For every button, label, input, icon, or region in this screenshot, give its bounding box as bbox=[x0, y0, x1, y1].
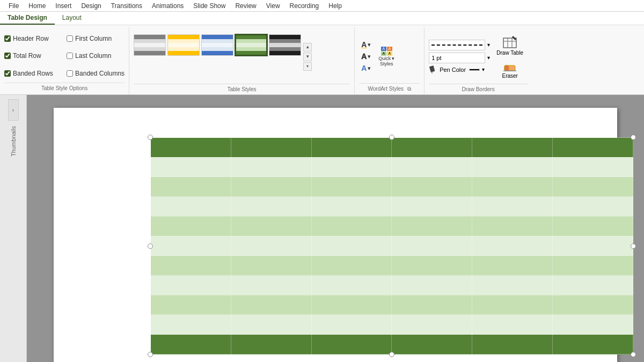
table-cell[interactable] bbox=[151, 295, 231, 315]
table-cell[interactable] bbox=[311, 236, 392, 256]
menu-home[interactable]: Home bbox=[24, 1, 50, 11]
pen-weight-preview[interactable]: 1 pt bbox=[429, 53, 485, 63]
last-column-option[interactable]: Last Column bbox=[67, 48, 125, 64]
table-cell[interactable] bbox=[392, 256, 472, 276]
table-cell[interactable] bbox=[231, 256, 311, 276]
menu-design[interactable]: Design bbox=[77, 1, 105, 11]
table-cell[interactable] bbox=[311, 335, 392, 354]
draw-table-button[interactable]: Draw Table bbox=[492, 33, 528, 58]
table-cell[interactable] bbox=[311, 197, 392, 217]
table-cell[interactable] bbox=[311, 157, 392, 177]
table-cell[interactable] bbox=[392, 315, 472, 335]
tab-table-design[interactable]: Table Design bbox=[0, 12, 55, 25]
table-cell[interactable] bbox=[553, 295, 633, 315]
menu-recording[interactable]: Recording bbox=[286, 1, 324, 11]
banded-rows-option[interactable]: Banded Rows bbox=[4, 65, 62, 82]
last-column-checkbox[interactable] bbox=[67, 53, 73, 59]
table-cell[interactable] bbox=[553, 216, 633, 236]
table-cell[interactable] bbox=[472, 216, 553, 236]
table-cell[interactable] bbox=[311, 216, 392, 236]
table-cell[interactable] bbox=[472, 197, 553, 217]
total-row-option[interactable]: Total Row bbox=[4, 48, 62, 64]
handle-top-right[interactable] bbox=[631, 135, 636, 140]
table-cell[interactable] bbox=[553, 315, 633, 335]
table-cell[interactable] bbox=[392, 138, 472, 158]
table-cell[interactable] bbox=[231, 276, 311, 295]
banded-columns-checkbox[interactable] bbox=[67, 70, 73, 77]
banded-columns-option[interactable]: Banded Columns bbox=[67, 65, 125, 82]
table-cell[interactable] bbox=[553, 177, 633, 197]
menu-file[interactable]: File bbox=[4, 1, 23, 11]
handle-mid-left[interactable] bbox=[148, 243, 153, 249]
eraser-button[interactable]: Eraser bbox=[492, 60, 528, 81]
table-cell[interactable] bbox=[392, 236, 472, 256]
handle-bottom-right[interactable] bbox=[631, 352, 636, 357]
table-cell[interactable] bbox=[151, 177, 231, 197]
total-row-checkbox[interactable] bbox=[4, 53, 11, 59]
table-cell[interactable] bbox=[392, 216, 472, 236]
table-cell[interactable] bbox=[553, 138, 633, 158]
header-row-option[interactable]: Header Row bbox=[4, 31, 62, 47]
table-cell[interactable] bbox=[392, 177, 472, 197]
table-cell[interactable] bbox=[392, 335, 472, 354]
table-cell[interactable] bbox=[231, 197, 311, 217]
style-thumb-yellow[interactable] bbox=[167, 34, 200, 56]
table-cell[interactable] bbox=[231, 157, 311, 177]
table-cell[interactable] bbox=[231, 177, 311, 197]
table-wrapper[interactable] bbox=[150, 137, 633, 354]
table-cell[interactable] bbox=[311, 256, 392, 276]
table-cell[interactable] bbox=[231, 315, 311, 335]
table-cell[interactable] bbox=[553, 197, 633, 217]
first-column-option[interactable]: First Column bbox=[67, 31, 125, 47]
menu-view[interactable]: View bbox=[262, 1, 284, 11]
table-cell[interactable] bbox=[472, 236, 553, 256]
table-cell[interactable] bbox=[553, 256, 633, 276]
table-cell[interactable] bbox=[311, 177, 392, 197]
table-cell[interactable] bbox=[553, 335, 633, 354]
slide-table[interactable] bbox=[150, 137, 633, 354]
table-cell[interactable] bbox=[472, 295, 553, 315]
pen-color-row[interactable]: Pen Color ▾ bbox=[429, 65, 490, 74]
table-cell[interactable] bbox=[392, 276, 472, 295]
table-cell[interactable] bbox=[472, 177, 553, 197]
table-cell[interactable] bbox=[151, 276, 231, 295]
style-thumb-green[interactable] bbox=[235, 34, 267, 56]
table-cell[interactable] bbox=[472, 256, 553, 276]
thumbnails-expand-button[interactable]: › bbox=[8, 99, 19, 121]
table-cell[interactable] bbox=[151, 216, 231, 236]
tab-layout[interactable]: Layout bbox=[55, 12, 89, 25]
table-cell[interactable] bbox=[472, 276, 553, 295]
table-cell[interactable] bbox=[472, 157, 553, 177]
table-cell[interactable] bbox=[553, 276, 633, 295]
table-cell[interactable] bbox=[231, 216, 311, 236]
table-cell[interactable] bbox=[311, 138, 392, 158]
handle-mid-right[interactable] bbox=[631, 243, 636, 249]
style-thumb-gray[interactable] bbox=[134, 34, 166, 56]
table-cell[interactable] bbox=[151, 335, 231, 354]
scroll-expand-arrow[interactable]: ▾ bbox=[303, 62, 312, 71]
banded-rows-checkbox[interactable] bbox=[4, 70, 11, 77]
table-cell[interactable] bbox=[392, 157, 472, 177]
text-effects-row[interactable]: A ▾ bbox=[359, 63, 373, 73]
table-cell[interactable] bbox=[392, 295, 472, 315]
scroll-down-arrow[interactable]: ▼ bbox=[303, 53, 312, 61]
table-cell[interactable] bbox=[472, 335, 553, 354]
table-cell[interactable] bbox=[472, 138, 553, 158]
table-cell[interactable] bbox=[231, 295, 311, 315]
table-cell[interactable] bbox=[553, 236, 633, 256]
menu-insert[interactable]: Insert bbox=[51, 1, 76, 11]
style-thumb-dark[interactable] bbox=[269, 34, 301, 56]
scroll-up-arrow[interactable]: ▲ bbox=[303, 43, 312, 51]
table-cell[interactable] bbox=[311, 295, 392, 315]
menu-help[interactable]: Help bbox=[324, 1, 346, 11]
table-cell[interactable] bbox=[151, 236, 231, 256]
table-cell[interactable] bbox=[231, 236, 311, 256]
table-cell[interactable] bbox=[231, 138, 311, 158]
pen-color-caret[interactable]: ▾ bbox=[482, 67, 485, 72]
menu-slideshow[interactable]: Slide Show bbox=[189, 1, 230, 11]
text-outline-row[interactable]: A ▾ bbox=[359, 51, 373, 62]
table-cell[interactable] bbox=[151, 157, 231, 177]
table-cell[interactable] bbox=[151, 315, 231, 335]
table-cell[interactable] bbox=[151, 256, 231, 276]
menu-animations[interactable]: Animations bbox=[148, 1, 188, 11]
